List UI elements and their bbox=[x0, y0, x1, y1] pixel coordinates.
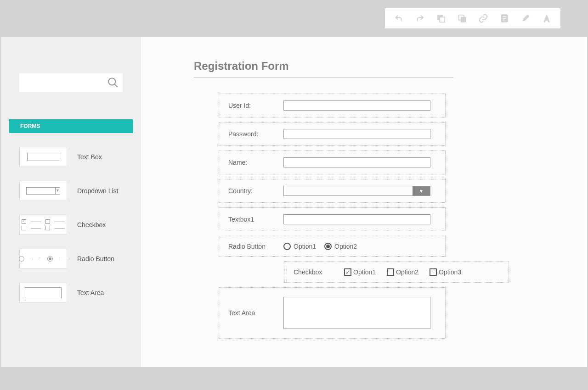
checkbox-option-label: Option1 bbox=[353, 268, 376, 276]
input-password[interactable] bbox=[283, 129, 430, 139]
checkbox-option3[interactable]: Option3 bbox=[430, 268, 461, 276]
link-icon[interactable] bbox=[478, 13, 489, 24]
checkbox-icon bbox=[430, 268, 437, 276]
main-container: FORMS Text Box Dropdown List Checkbox bbox=[1, 37, 587, 367]
copy-icon[interactable] bbox=[435, 13, 447, 24]
label-country: Country: bbox=[228, 187, 283, 195]
checkbox-option1[interactable]: Option1 bbox=[344, 268, 376, 276]
radio-option1[interactable]: Option1 bbox=[283, 243, 316, 250]
svg-rect-1 bbox=[440, 17, 445, 22]
palette-item-textbox[interactable]: Text Box bbox=[19, 147, 123, 167]
row-textarea[interactable]: Text Area bbox=[219, 287, 446, 339]
label-user-id: User Id: bbox=[228, 102, 283, 109]
checkbox-thumb-icon bbox=[19, 215, 67, 235]
label-password: Password: bbox=[228, 130, 283, 138]
palette-item-textarea[interactable]: Text Area bbox=[19, 283, 123, 303]
font-icon[interactable] bbox=[541, 13, 552, 24]
row-radio[interactable]: Radio Button Option1 Option2 bbox=[219, 236, 446, 257]
row-user-id[interactable]: User Id: bbox=[219, 94, 446, 117]
checkbox-group: Option1 Option2 Option3 bbox=[344, 268, 461, 276]
palette-label: Text Area bbox=[77, 289, 104, 296]
checkbox-option-label: Option2 bbox=[396, 268, 418, 276]
sidebar-category-forms[interactable]: FORMS bbox=[9, 119, 133, 133]
checkbox-option-label: Option3 bbox=[439, 268, 461, 276]
dropdown-country[interactable]: ▼ bbox=[283, 186, 430, 196]
row-country[interactable]: Country: ▼ bbox=[219, 179, 446, 203]
toolbar-container bbox=[385, 8, 560, 28]
row-checkbox[interactable]: Checkbox Option1 Option2 Option3 bbox=[284, 262, 509, 283]
checkbox-checked-icon bbox=[344, 268, 351, 276]
bottom-bar bbox=[0, 367, 588, 390]
textbox-thumb-icon bbox=[19, 147, 67, 167]
palette-item-radio[interactable]: Radio Button bbox=[19, 249, 123, 269]
checkbox-icon bbox=[387, 268, 394, 276]
checkbox-option2[interactable]: Option2 bbox=[387, 268, 418, 276]
svg-line-9 bbox=[114, 84, 118, 87]
svg-point-8 bbox=[108, 78, 115, 85]
textarea-thumb-icon bbox=[19, 283, 67, 303]
label-checkbox: Checkbox bbox=[294, 268, 344, 276]
search-box bbox=[19, 73, 123, 92]
svg-rect-3 bbox=[461, 17, 466, 22]
dropdown-thumb-icon bbox=[19, 181, 67, 201]
radio-option-label: Option1 bbox=[294, 243, 316, 250]
radio-option-label: Option2 bbox=[334, 243, 357, 250]
input-user-id[interactable] bbox=[283, 100, 430, 111]
page-title: Registration Form bbox=[194, 60, 541, 72]
palette-label: Radio Button bbox=[77, 255, 114, 262]
radio-option2[interactable]: Option2 bbox=[324, 243, 357, 250]
row-textbox1[interactable]: Textbox1 bbox=[219, 207, 446, 231]
radio-group: Option1 Option2 bbox=[283, 243, 357, 250]
input-textbox1[interactable] bbox=[283, 214, 430, 224]
label-textarea: Text Area bbox=[228, 309, 283, 317]
row-name[interactable]: Name: bbox=[219, 150, 446, 174]
label-radio: Radio Button bbox=[228, 243, 283, 250]
radio-circle-selected-icon bbox=[324, 243, 332, 250]
palette-label: Text Box bbox=[77, 153, 102, 161]
paste-icon[interactable] bbox=[457, 13, 468, 24]
top-toolbar bbox=[0, 0, 588, 37]
chevron-down-icon[interactable]: ▼ bbox=[413, 186, 430, 195]
textarea-field[interactable] bbox=[283, 297, 430, 329]
input-name[interactable] bbox=[283, 157, 430, 167]
palette-item-dropdown[interactable]: Dropdown List bbox=[19, 181, 123, 201]
document-icon[interactable] bbox=[499, 13, 510, 24]
brush-icon[interactable] bbox=[520, 13, 531, 24]
label-textbox1: Textbox1 bbox=[228, 216, 283, 223]
palette-label: Checkbox bbox=[77, 221, 106, 228]
label-name: Name: bbox=[228, 159, 283, 166]
row-password[interactable]: Password: bbox=[219, 122, 446, 146]
sidebar: FORMS Text Box Dropdown List Checkbox bbox=[1, 37, 141, 367]
undo-icon[interactable] bbox=[393, 13, 404, 24]
redo-icon[interactable] bbox=[414, 13, 425, 24]
palette-item-checkbox[interactable]: Checkbox bbox=[19, 215, 123, 235]
title-divider bbox=[194, 77, 453, 78]
search-input[interactable] bbox=[23, 73, 107, 92]
canvas: Registration Form User Id: Password: Nam… bbox=[141, 37, 587, 367]
radio-thumb-icon bbox=[19, 249, 67, 269]
search-icon[interactable] bbox=[107, 77, 119, 89]
radio-circle-icon bbox=[283, 243, 291, 250]
palette-label: Dropdown List bbox=[77, 187, 119, 195]
